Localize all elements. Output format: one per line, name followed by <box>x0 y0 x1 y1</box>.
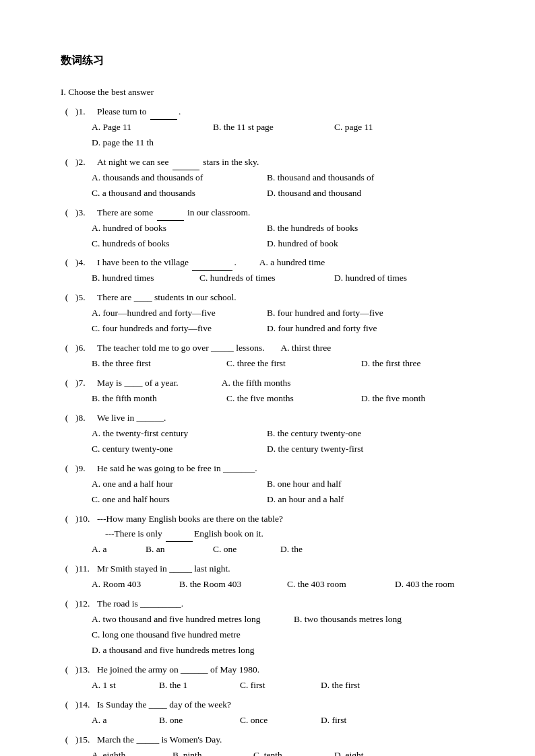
q6-text: The teacher told me to go over _____ les… <box>97 341 265 356</box>
q4-optB: B. hundred times <box>92 271 199 286</box>
q7-optB: B. the fifth month <box>92 391 226 407</box>
q7-optC: C. the five months <box>226 391 361 407</box>
q8-optC: C. century twenty-one <box>92 442 267 457</box>
q10-optD: D. the <box>280 542 402 557</box>
q1-paren: ( <box>61 104 73 120</box>
question-7: ( )7. May is ____ of a year. A. the fift… <box>61 376 474 407</box>
q14-paren: ( <box>61 697 73 713</box>
q11-optD: D. 403 the room <box>395 577 516 592</box>
q11-num: )11. <box>75 561 94 577</box>
q13-paren: ( <box>61 662 73 678</box>
q2-optC: C. a thousand and thousands <box>92 186 267 201</box>
q5-optA: A. four—hundred and forty—five <box>92 306 267 321</box>
q11-text: Mr Smith stayed in _____ last night. <box>97 561 230 577</box>
q5-optB: B. four hundred and forty—five <box>267 306 442 321</box>
q9-optB: B. one hour and half <box>267 477 442 492</box>
q13-num: )13. <box>75 662 94 678</box>
q7-paren: ( <box>61 376 73 391</box>
q12-optA: A. two thousand and five hundred metres … <box>92 612 294 627</box>
q11-optC: C. the 403 room <box>287 577 395 592</box>
q6-optC: C. three the first <box>226 356 361 372</box>
q3-optA: A. hundred of books <box>92 221 267 236</box>
q6-optB: B. the three first <box>92 356 226 372</box>
q1-optC: C. page 11 <box>334 120 455 135</box>
q1-text: Please turn to . <box>97 104 181 120</box>
question-4: ( )4. I have been to the village . A. a … <box>61 255 474 286</box>
q15-optD: D. eight <box>334 748 455 756</box>
question-12: ( )12. The road is _________. A. two tho… <box>61 596 474 658</box>
q1-optA: A. Page 11 <box>92 120 213 135</box>
q14-optB: B. one <box>159 713 240 728</box>
q13-optB: B. the 1 <box>159 678 240 693</box>
q15-text: March the _____ is Women's Day. <box>97 732 222 748</box>
q12-paren: ( <box>61 596 73 612</box>
q9-optD: D. an hour and a half <box>267 492 442 508</box>
q13-optD: D. the first <box>321 678 442 693</box>
question-5: ( )5. There are ____ students in our sch… <box>61 290 474 337</box>
q3-optC: C. hundreds of books <box>92 236 267 252</box>
q10-text: ---How many English books are there on t… <box>97 512 283 527</box>
q12-optD: D. a thousand and five hundreds metres l… <box>92 643 474 658</box>
q7-optD: D. the five month <box>361 391 482 407</box>
q12-text: The road is _________. <box>97 596 183 612</box>
q11-paren: ( <box>61 561 73 577</box>
q12-optC: C. long one thousand five hundred metre <box>92 627 474 643</box>
q7-num: )7. <box>75 376 94 391</box>
q8-optB: B. the century twenty-one <box>267 426 442 442</box>
q6-optA: A. thirst three <box>268 341 332 356</box>
q3-optD: D. hundred of book <box>267 236 442 252</box>
q5-paren: ( <box>61 290 73 306</box>
q2-num: )2. <box>75 155 94 170</box>
q5-optC: C. four hundreds and forty—five <box>92 321 267 337</box>
q10-subtext: ---There is only English book on it. <box>61 526 474 542</box>
q1-optD: D. page the 11 th <box>92 135 213 151</box>
q5-text: There are ____ students in our school. <box>97 290 237 306</box>
q1-optB: B. the 11 st page <box>213 120 334 135</box>
question-3: ( )3. There are some in our classroom. A… <box>61 205 474 252</box>
q9-text: He said he was going to be free in _____… <box>97 461 257 477</box>
q8-optD: D. the century twenty-first <box>267 442 442 457</box>
q8-paren: ( <box>61 411 73 426</box>
question-13: ( )13. He joined the army on ______ of M… <box>61 662 474 693</box>
q12-optB: B. two thousands metres long <box>294 612 402 627</box>
q14-text: Is Sunday the ____ day of the week? <box>97 697 231 713</box>
q13-text: He joined the army on ______ of May 1980… <box>97 662 259 678</box>
q11-optB: B. the Room 403 <box>179 577 287 592</box>
q4-optC: C. hundreds of times <box>199 271 334 286</box>
q11-optA: A. Room 403 <box>92 577 179 592</box>
q6-optD: D. the first three <box>361 356 482 372</box>
q9-optC: C. one and half hours <box>92 492 267 508</box>
q9-optA: A. one and a half hour <box>92 477 267 492</box>
q4-num: )4. <box>75 255 94 271</box>
q8-text: We live in ______. <box>97 411 166 426</box>
q10-paren: ( <box>61 512 73 527</box>
q2-optD: D. thousand and thousand <box>267 186 442 201</box>
question-2: ( )2. At night we can see stars in the s… <box>61 155 474 201</box>
q9-num: )9. <box>75 461 94 477</box>
q12-num: )12. <box>75 596 94 612</box>
q10-optA: A. a <box>92 542 146 557</box>
q5-optD: D. four hundred and forty five <box>267 321 442 337</box>
q15-optB: B. ninth <box>172 748 253 756</box>
q3-paren: ( <box>61 205 73 221</box>
q4-optD: D. hundred of times <box>334 271 455 286</box>
q15-paren: ( <box>61 732 73 748</box>
q6-paren: ( <box>61 341 73 356</box>
q3-text: There are some in our classroom. <box>97 205 250 221</box>
question-14: ( )14. Is Sunday the ____ day of the wee… <box>61 697 474 728</box>
q13-optC: C. first <box>240 678 321 693</box>
q7-optA: A. the fifth months <box>181 376 291 391</box>
q9-paren: ( <box>61 461 73 477</box>
q14-num: )14. <box>75 697 94 713</box>
q4-optA: A. a hundred time <box>239 255 325 271</box>
q3-num: )3. <box>75 205 94 221</box>
question-15: ( )15. March the _____ is Women's Day. A… <box>61 732 474 756</box>
question-1: ( )1. Please turn to . A. Page 11 B. the… <box>61 104 474 151</box>
q2-optB: B. thousand and thousands of <box>267 170 442 186</box>
question-8: ( )8. We live in ______. A. the twenty-f… <box>61 411 474 457</box>
q10-num: )10. <box>75 512 94 527</box>
q14-optD: D. first <box>321 713 442 728</box>
q15-optC: C. tenth <box>253 748 334 756</box>
q8-optA: A. the twenty-first century <box>92 426 267 442</box>
q2-paren: ( <box>61 155 73 170</box>
